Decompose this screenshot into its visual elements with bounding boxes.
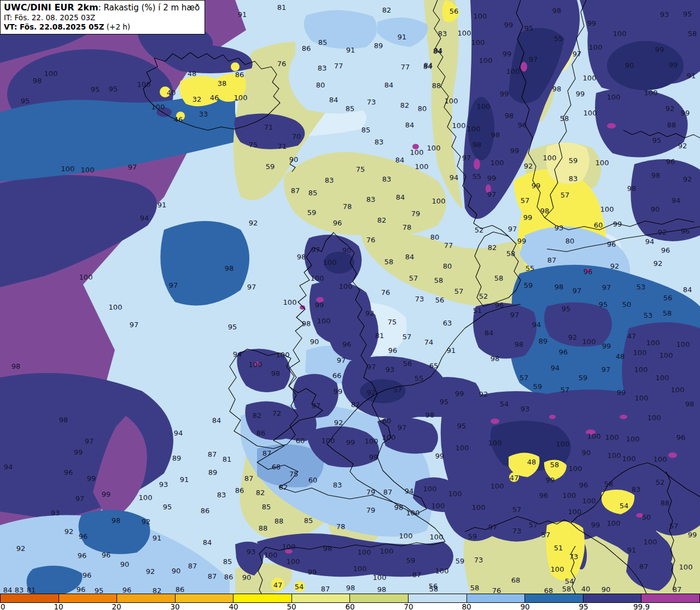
colorbar-tick-label: 99.9 <box>633 602 650 610</box>
colorbar-tick-label: 80 <box>462 602 471 610</box>
colorbar-segment <box>234 594 292 602</box>
colorbar-tick-label: 90 <box>520 602 529 610</box>
colorbar-segment <box>176 594 234 602</box>
init-time: IT: Fös. 22. 08. 2025 03Z <box>4 13 200 22</box>
product-name: UWC/DINI EUR 2km <box>4 2 98 13</box>
colorbar-segments <box>0 594 700 603</box>
map-area: 1009895959510040483832461004633100100979… <box>0 0 700 594</box>
colorbar-segment <box>0 594 59 602</box>
product-title: UWC/DINI EUR 2km: Rakastig (%) í 2 m hæð <box>4 2 200 13</box>
colorbar-tick-label: 10 <box>54 602 63 610</box>
colorbar-segment <box>525 594 584 602</box>
colorbar-tick-label: 60 <box>345 602 354 610</box>
colorbar-tick-label: 30 <box>170 602 179 610</box>
colorbar-segment <box>467 594 526 602</box>
colorbar-segment <box>641 594 700 602</box>
colorbar-segment <box>409 594 467 602</box>
colorbar-segment <box>350 594 409 602</box>
colorbar-tick-labels: 01020304050607080909599.9 <box>0 603 700 610</box>
colorbar-tick-label: 95 <box>579 602 588 610</box>
colorbar-tick-label: 20 <box>112 602 121 610</box>
colorbar-tick-label: 50 <box>287 602 296 610</box>
colorbar-tick-label: 0 <box>1 602 5 610</box>
colorbar: 01020304050607080909599.9 <box>0 594 700 610</box>
colorbar-tick-label: 40 <box>229 602 238 610</box>
title-box: UWC/DINI EUR 2km: Rakastig (%) í 2 m hæð… <box>0 0 205 34</box>
colorbar-segment <box>292 594 351 602</box>
product-parameter: : Rakastig (%) í 2 m hæð <box>98 3 200 13</box>
map-canvas <box>0 0 700 594</box>
weather-map-screenshot: 1009895959510040483832461004633100100979… <box>0 0 700 610</box>
valid-time: VT: Fös. 22.08.2025 05Z (+2 h) <box>4 22 200 32</box>
colorbar-segment <box>117 594 176 602</box>
colorbar-segment <box>584 594 642 602</box>
colorbar-tick-label: 70 <box>404 602 413 610</box>
colorbar-segment <box>59 594 118 602</box>
